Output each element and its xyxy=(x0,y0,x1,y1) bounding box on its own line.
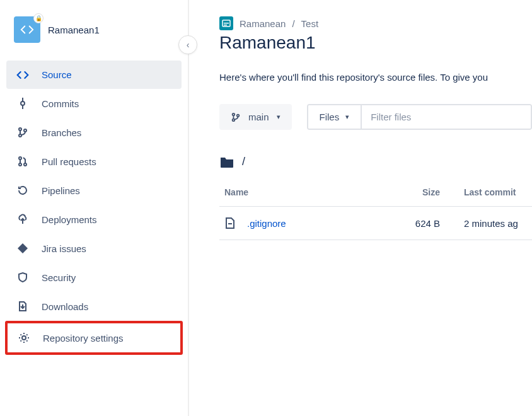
sidebar-item-label: Deployments xyxy=(42,214,97,225)
main-content: Ramanean / Test Ramanean1 Here's where y… xyxy=(189,0,532,416)
code-icon xyxy=(20,25,34,35)
repo-header: 🔒 Ramanean1 xyxy=(6,13,182,55)
chevron-left-icon: ‹ xyxy=(187,40,190,50)
chevron-down-icon: ▾ xyxy=(277,113,280,121)
breadcrumb-project[interactable]: Test xyxy=(301,18,319,29)
sidebar-item-label: Commits xyxy=(42,98,79,109)
svg-point-13 xyxy=(233,113,235,115)
svg-rect-11 xyxy=(224,23,229,24)
file-table: Name Size Last commit .gitignore 624 B 2… xyxy=(219,178,532,240)
sidebar-item-downloads[interactable]: Downloads xyxy=(6,292,182,321)
code-brackets-icon xyxy=(16,71,29,79)
pipeline-icon xyxy=(16,185,29,196)
svg-point-14 xyxy=(233,118,235,121)
breadcrumb: Ramanean / Test xyxy=(219,16,532,30)
sidebar-item-source[interactable]: Source xyxy=(6,61,182,89)
sidebar-item-branches[interactable]: Branches xyxy=(6,118,182,147)
filter-group: Files ▾ xyxy=(307,104,532,130)
file-last-commit: 2 minutes ag xyxy=(459,207,532,240)
svg-point-9 xyxy=(22,336,26,340)
svg-point-3 xyxy=(19,128,21,130)
svg-point-15 xyxy=(237,114,240,117)
table-row[interactable]: .gitignore 624 B 2 minutes ag xyxy=(219,207,532,240)
path-row: / xyxy=(219,155,532,168)
project-icon xyxy=(219,16,233,30)
svg-point-8 xyxy=(24,163,26,166)
nav-list: Source Commits Branches Pull requests xyxy=(6,61,182,355)
lock-icon: 🔒 xyxy=(33,13,43,23)
file-icon xyxy=(224,217,236,229)
sidebar: 🔒 Ramanean1 Source Commits Br xyxy=(0,0,189,416)
gear-icon xyxy=(18,332,30,344)
repo-avatar: 🔒 xyxy=(14,16,40,43)
breadcrumb-separator: / xyxy=(292,18,294,29)
sidebar-item-label: Pipelines xyxy=(42,185,80,196)
branch-icon xyxy=(16,127,29,138)
file-link[interactable]: .gitignore xyxy=(247,218,286,229)
col-last[interactable]: Last commit xyxy=(459,178,532,207)
shield-icon xyxy=(16,272,29,283)
sidebar-item-jira[interactable]: Jira issues xyxy=(6,234,182,263)
toolbar: main ▾ Files ▾ xyxy=(219,104,532,130)
collapse-sidebar-button[interactable]: ‹ xyxy=(178,35,197,54)
intro-text: Here's where you'll find this repository… xyxy=(219,72,532,83)
download-icon xyxy=(16,301,29,312)
file-size: 624 B xyxy=(408,207,459,240)
commit-icon xyxy=(16,98,29,109)
svg-rect-12 xyxy=(224,25,227,26)
sidebar-item-pulls[interactable]: Pull requests xyxy=(6,147,182,176)
sidebar-item-commits[interactable]: Commits xyxy=(6,89,182,118)
deployment-icon xyxy=(16,214,29,225)
chevron-down-icon: ▾ xyxy=(345,113,349,121)
sidebar-item-label: Repository settings xyxy=(43,333,124,344)
files-dropdown[interactable]: Files ▾ xyxy=(308,105,362,129)
svg-point-4 xyxy=(19,134,21,137)
breadcrumb-workspace[interactable]: Ramanean xyxy=(240,18,286,29)
sidebar-item-security[interactable]: Security xyxy=(6,263,182,292)
sidebar-item-label: Security xyxy=(42,272,76,283)
page-title: Ramanean1 xyxy=(219,33,532,53)
pull-request-icon xyxy=(16,156,29,167)
sidebar-item-label: Pull requests xyxy=(42,156,96,167)
branch-name: main xyxy=(248,112,269,122)
sidebar-item-label: Jira issues xyxy=(42,243,86,254)
sidebar-item-label: Source xyxy=(42,69,72,80)
sidebar-item-deployments[interactable]: Deployments xyxy=(6,205,182,234)
folder-icon xyxy=(219,156,234,168)
svg-point-0 xyxy=(21,101,25,105)
branch-icon xyxy=(231,112,241,122)
branch-selector[interactable]: main ▾ xyxy=(219,104,292,130)
sidebar-item-label: Branches xyxy=(42,127,81,138)
sidebar-item-pipelines[interactable]: Pipelines xyxy=(6,176,182,205)
files-label: Files xyxy=(320,112,340,122)
svg-point-6 xyxy=(19,157,21,159)
sidebar-repo-name: Ramanean1 xyxy=(48,25,100,35)
highlight-settings: Repository settings xyxy=(5,321,183,355)
svg-point-5 xyxy=(24,129,26,132)
col-name[interactable]: Name xyxy=(219,178,408,207)
sidebar-item-settings[interactable]: Repository settings xyxy=(8,323,180,352)
col-size[interactable]: Size xyxy=(408,178,459,207)
sidebar-item-label: Downloads xyxy=(42,301,88,312)
jira-icon xyxy=(16,243,29,254)
path-text: / xyxy=(242,155,245,168)
filter-files-input[interactable] xyxy=(362,105,531,129)
svg-point-7 xyxy=(19,163,21,166)
